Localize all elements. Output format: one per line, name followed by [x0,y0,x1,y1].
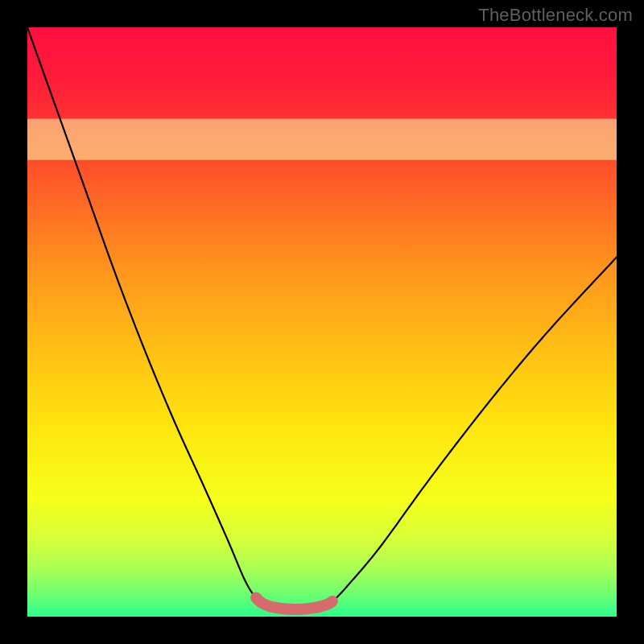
plot-area [27,27,617,617]
chart-frame: TheBottleneck.com [0,0,644,644]
plot-svg [27,27,617,617]
highlight-band [27,119,617,160]
gradient-background [27,27,617,617]
watermark-text: TheBottleneck.com [478,5,633,26]
